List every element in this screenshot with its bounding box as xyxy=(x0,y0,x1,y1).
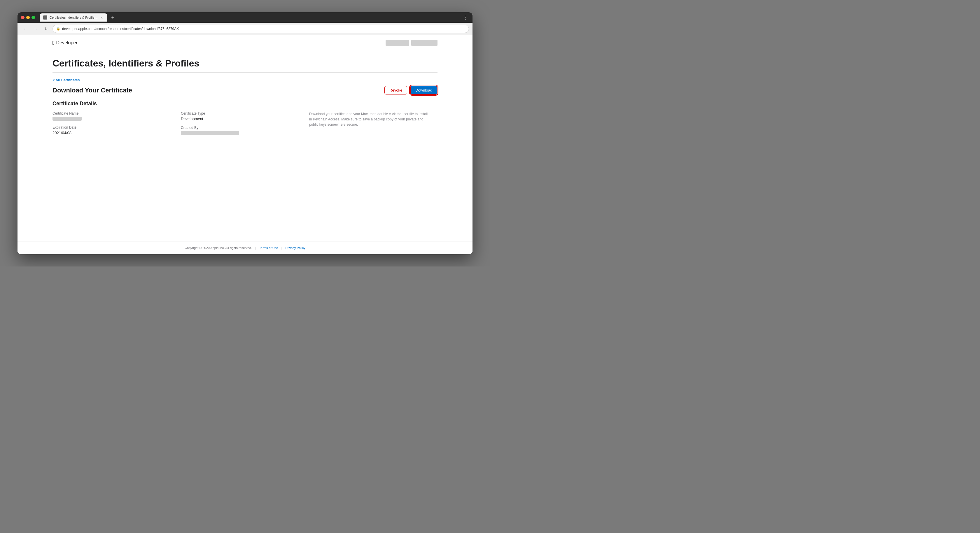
detail-column-1: Certificate Name Expiration Date 2021/04… xyxy=(52,111,181,140)
apple-header:  Developer xyxy=(18,35,473,51)
privacy-policy-link[interactable]: Privacy Policy xyxy=(285,246,305,250)
breadcrumb-link[interactable]: All Certificates xyxy=(52,78,80,82)
details-grid: Certificate Name Expiration Date 2021/04… xyxy=(52,111,438,140)
action-buttons: Revoke Download xyxy=(384,86,438,95)
maximize-button[interactable] xyxy=(32,16,35,19)
cert-type-value: Development xyxy=(181,117,301,121)
created-by-value-placeholder xyxy=(181,131,239,135)
terms-of-use-link[interactable]: Terms of Use xyxy=(259,246,278,250)
instruction-text: Download your certificate to your Mac, t… xyxy=(309,111,429,127)
certificate-details: Certificate Details Certificate Name Exp… xyxy=(52,100,438,140)
active-tab[interactable]: Certificates, Identifiers & Profile… ✕ xyxy=(40,13,107,22)
section-title: Download Your Certificate xyxy=(52,87,132,94)
footer-separator-1: | xyxy=(255,246,256,250)
expiry-value: 2021/04/08 xyxy=(52,130,172,135)
download-button[interactable]: Download xyxy=(410,86,438,95)
section-header: Download Your Certificate Revoke Downloa… xyxy=(52,86,438,95)
close-button[interactable] xyxy=(21,16,24,19)
cert-name-label: Certificate Name xyxy=(52,111,172,115)
details-title: Certificate Details xyxy=(52,100,438,107)
apple-logo-icon:  xyxy=(52,40,54,46)
created-by-label: Created By xyxy=(181,126,301,130)
expiry-label: Expiration Date xyxy=(52,126,172,129)
page-title: Certificates, Identifiers & Profiles xyxy=(52,58,438,73)
revoke-button[interactable]: Revoke xyxy=(384,86,407,94)
header-btn-2[interactable] xyxy=(411,40,438,46)
apple-logo-area:  Developer xyxy=(52,40,78,46)
copyright-text: Copyright © 2020 Apple Inc. All rights r… xyxy=(185,246,252,250)
address-bar[interactable]: 🔒 developer.apple.com/account/resources/… xyxy=(52,25,469,33)
detail-column-2: Certificate Type Development Created By xyxy=(181,111,309,140)
reload-button[interactable]: ↻ xyxy=(42,25,50,33)
cert-name-value-placeholder xyxy=(52,117,82,121)
tab-close-button[interactable]: ✕ xyxy=(100,16,104,19)
developer-label: Developer xyxy=(56,40,78,46)
tab-title: Certificates, Identifiers & Profile… xyxy=(49,16,97,19)
url-text: developer.apple.com/account/resources/ce… xyxy=(62,27,465,31)
tab-favicon xyxy=(43,16,47,19)
tab-bar: Certificates, Identifiers & Profile… ✕ + xyxy=(40,13,460,22)
header-actions xyxy=(386,40,438,46)
browser-window: Certificates, Identifiers & Profile… ✕ +… xyxy=(18,12,473,254)
browser-menu-button[interactable]: ⋮ xyxy=(462,14,469,22)
lock-icon: 🔒 xyxy=(56,27,60,30)
main-content: Certificates, Identifiers & Profiles All… xyxy=(18,51,473,241)
footer-separator-2: | xyxy=(281,246,282,250)
header-btn-1[interactable] xyxy=(386,40,409,46)
traffic-lights xyxy=(21,16,35,19)
nav-bar: ← → ↻ 🔒 developer.apple.com/account/reso… xyxy=(18,23,473,35)
title-bar: Certificates, Identifiers & Profile… ✕ +… xyxy=(18,12,473,23)
page-content:  Developer Certificates, Identifiers & … xyxy=(18,35,473,254)
page-footer: Copyright © 2020 Apple Inc. All rights r… xyxy=(18,241,473,254)
cert-type-label: Certificate Type xyxy=(181,111,301,115)
forward-button[interactable]: → xyxy=(32,25,40,33)
detail-column-3: Download your certificate to your Mac, t… xyxy=(309,111,438,140)
new-tab-button[interactable]: + xyxy=(108,13,117,22)
back-button[interactable]: ← xyxy=(21,25,29,33)
minimize-button[interactable] xyxy=(26,16,30,19)
